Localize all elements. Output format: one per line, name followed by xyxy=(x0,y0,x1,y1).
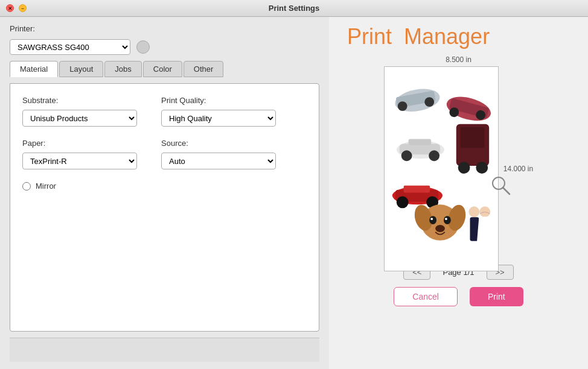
left-panel: Printer: SAWGRASS SG400 Material Layout … xyxy=(0,17,329,369)
svg-point-11 xyxy=(429,150,439,161)
svg-point-27 xyxy=(430,218,433,220)
close-button[interactable]: ✕ xyxy=(6,4,14,12)
print-manager-title: Print Manager xyxy=(347,24,490,49)
mirror-label: Mirror xyxy=(36,181,56,191)
source-group: Source: Auto xyxy=(161,139,276,169)
substrate-select[interactable]: Unisub Products xyxy=(22,110,137,127)
svg-point-10 xyxy=(401,150,412,161)
tab-color[interactable]: Color xyxy=(143,61,182,77)
source-select[interactable]: Auto xyxy=(161,153,276,169)
print-manager-static: Print xyxy=(347,24,392,49)
bottom-bar xyxy=(10,338,319,362)
print-quality-group: Print Quality: High Quality Standard Dra… xyxy=(161,96,276,127)
print-button[interactable]: Print xyxy=(470,287,523,306)
zoom-icon-area[interactable] xyxy=(490,175,512,198)
main-layout: Printer: SAWGRASS SG400 Material Layout … xyxy=(0,17,588,369)
title-bar: ✕ − Print Settings xyxy=(0,0,588,17)
svg-line-34 xyxy=(503,188,510,194)
svg-point-25 xyxy=(429,216,436,224)
svg-point-19 xyxy=(397,197,409,209)
tab-jobs[interactable]: Jobs xyxy=(104,61,141,77)
print-manager-accent: Manager xyxy=(404,24,490,49)
source-label: Source: xyxy=(161,139,276,148)
tab-other[interactable]: Other xyxy=(184,61,224,77)
preview-svg xyxy=(385,67,498,271)
window-title: Print Settings xyxy=(269,4,320,13)
dimension-top: 8.500 in xyxy=(446,55,471,64)
printer-label: Printer: xyxy=(10,24,35,33)
action-buttons: Cancel Print xyxy=(394,287,523,306)
form-row-2: Paper: TexPrint-R Source: Auto xyxy=(22,139,307,169)
svg-point-26 xyxy=(444,216,451,224)
mirror-radio[interactable] xyxy=(22,182,31,191)
svg-point-28 xyxy=(445,218,447,220)
printer-select[interactable]: SAWGRASS SG400 xyxy=(10,39,130,55)
tabs-bar: Material Layout Jobs Color Other xyxy=(10,61,319,77)
dimension-right: 14.000 in xyxy=(503,165,533,173)
svg-rect-14 xyxy=(460,127,484,148)
right-panel: Print Manager 8.500 in xyxy=(329,17,588,369)
minimize-button[interactable]: − xyxy=(19,4,27,12)
svg-point-3 xyxy=(424,97,434,107)
paper-select[interactable]: TexPrint-R xyxy=(22,153,137,169)
tab-content-material: Substrate: Unisub Products Print Quality… xyxy=(10,83,319,332)
preview-canvas xyxy=(384,66,499,271)
tab-material[interactable]: Material xyxy=(10,61,58,77)
svg-point-29 xyxy=(435,225,445,232)
substrate-label: Substrate: xyxy=(22,96,137,105)
paper-label: Paper: xyxy=(22,139,137,148)
mirror-row: Mirror xyxy=(22,181,307,191)
printer-select-wrap: SAWGRASS SG400 xyxy=(10,39,319,55)
svg-point-15 xyxy=(458,162,470,174)
zoom-icon xyxy=(490,175,512,197)
svg-rect-12 xyxy=(408,139,431,145)
svg-point-16 xyxy=(476,162,488,174)
preview-row: 14.000 in xyxy=(384,66,533,271)
svg-rect-21 xyxy=(403,186,430,193)
paper-group: Paper: TexPrint-R xyxy=(22,139,137,169)
preview-area: 8.500 in xyxy=(335,55,582,362)
svg-point-2 xyxy=(398,101,407,111)
cancel-button[interactable]: Cancel xyxy=(394,287,458,306)
printer-row: Printer: xyxy=(10,24,319,33)
print-quality-label: Print Quality: xyxy=(161,96,276,105)
printer-status-indicator xyxy=(136,40,150,54)
print-quality-select[interactable]: High Quality Standard Draft xyxy=(161,110,276,127)
tab-layout[interactable]: Layout xyxy=(59,61,103,77)
substrate-group: Substrate: Unisub Products xyxy=(22,96,137,127)
form-row-1: Substrate: Unisub Products Print Quality… xyxy=(22,96,307,127)
window-controls: ✕ − xyxy=(6,4,27,12)
svg-point-30 xyxy=(468,206,479,217)
